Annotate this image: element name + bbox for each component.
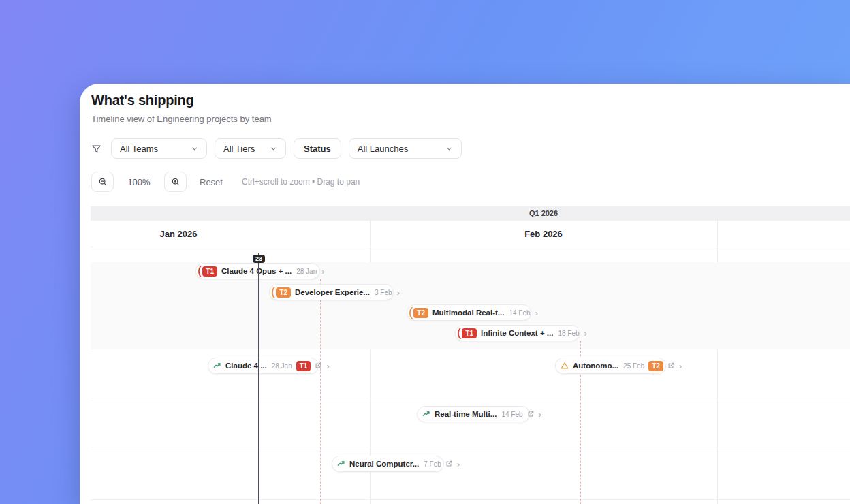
zoom-reset-button[interactable]: Reset — [200, 177, 223, 187]
timeline-item-developer-experience[interactable]: ( T2 Developer Experie... 3 Feb › — [269, 284, 394, 300]
chevron-right-icon[interactable]: › — [321, 267, 324, 276]
zoom-level: 100% — [127, 177, 151, 187]
deadline-marker-line — [320, 279, 321, 504]
chevron-right-icon[interactable]: › — [397, 288, 400, 297]
zoom-out-button[interactable] — [91, 172, 114, 192]
item-name: Real-time Multi... — [435, 410, 497, 418]
quarter-label: Q1 2026 — [529, 206, 558, 221]
start-bracket-icon: ( — [198, 263, 202, 278]
chevron-down-icon — [191, 145, 198, 153]
status-filter-label: Status — [304, 144, 331, 154]
external-link-icon[interactable] — [667, 362, 674, 369]
item-name: Multimodal Real-t... — [432, 309, 504, 317]
timeline-chart[interactable]: Q1 2026 Jan 2026 Feb 2026 23 ( T1 Claude… — [91, 206, 850, 504]
warning-icon — [561, 362, 569, 370]
external-link-icon[interactable] — [445, 460, 452, 467]
item-date: 3 Feb — [375, 289, 392, 296]
tiers-select-value: All Tiers — [223, 144, 255, 154]
zoom-hint-text: Ctrl+scroll to zoom • Drag to pan — [242, 177, 360, 187]
magnifier-plus-icon — [171, 177, 180, 187]
whats-shipping-panel: What's shipping Timeline view of Enginee… — [80, 84, 850, 504]
magnifier-minus-icon — [98, 177, 108, 187]
chevron-down-icon — [270, 145, 277, 153]
chevron-right-icon[interactable]: › — [679, 362, 682, 371]
tier-badge: T1 — [296, 361, 311, 371]
tier-badge: T2 — [276, 287, 291, 298]
item-date: 14 Feb — [501, 411, 522, 418]
start-bracket-icon: ( — [409, 304, 413, 319]
launch-item-claude-4[interactable]: Claude 4 ... 28 Jan T1 › — [208, 358, 319, 374]
filter-bar: All Teams All Tiers Status All Launches — [91, 138, 469, 159]
quarter-header-band: Q1 2026 — [91, 206, 850, 221]
item-name: Developer Experie... — [295, 288, 370, 296]
status-filter-button[interactable]: Status — [294, 138, 341, 159]
item-date: 7 Feb — [424, 460, 441, 468]
page-title: What's shipping — [91, 93, 194, 108]
zoom-toolbar: 100% Reset Ctrl+scroll to zoom • Drag to… — [91, 172, 360, 192]
external-link-icon[interactable] — [315, 362, 321, 369]
launch-item-neural-computer[interactable]: Neural Computer... 7 Feb › — [332, 456, 444, 472]
launch-item-realtime-multimodal[interactable]: Real-time Multi... 14 Feb › — [417, 406, 530, 422]
external-link-icon[interactable] — [527, 411, 534, 418]
chevron-right-icon[interactable]: › — [457, 460, 460, 469]
chevron-right-icon[interactable]: › — [535, 309, 538, 317]
chevron-right-icon[interactable]: › — [539, 410, 541, 419]
chevron-right-icon[interactable]: › — [326, 362, 329, 371]
item-date: 28 Jan — [272, 362, 292, 370]
item-name: Autonomo... — [573, 362, 618, 370]
item-date: 28 Jan — [296, 268, 317, 275]
item-name: Claude 4 Opus + ... — [221, 267, 292, 275]
tier-badge: T2 — [413, 308, 428, 318]
today-line — [258, 253, 259, 504]
timeline-item-infinite-context[interactable]: ( T1 Infinite Context + ... 18 Feb › — [455, 325, 580, 341]
month-label-jan: Jan 2026 — [160, 221, 198, 247]
zoom-in-button[interactable] — [164, 172, 187, 192]
lane-separator — [91, 499, 850, 500]
lane-separator — [91, 349, 850, 349]
tier-badge: T2 — [648, 361, 663, 371]
trending-up-icon — [337, 460, 345, 468]
tiers-select[interactable]: All Tiers — [215, 138, 286, 159]
launch-item-autonomous[interactable]: Autonomo... 25 Feb T2 › — [555, 358, 666, 374]
funnel-icon — [91, 144, 101, 154]
item-name: Infinite Context + ... — [481, 329, 553, 337]
teams-select[interactable]: All Teams — [111, 138, 207, 159]
launches-select-value: All Launches — [358, 144, 408, 154]
item-name: Claude 4 ... — [225, 362, 267, 370]
tier-badge: T1 — [462, 328, 477, 338]
trending-up-icon — [422, 410, 430, 418]
month-label-feb: Feb 2026 — [524, 221, 563, 247]
trending-up-icon — [213, 362, 221, 370]
chevron-right-icon[interactable]: › — [584, 329, 587, 338]
teams-select-value: All Teams — [120, 144, 158, 154]
tier-badge: T1 — [202, 266, 217, 277]
item-date: 25 Feb — [623, 362, 644, 370]
start-bracket-icon: ( — [457, 325, 461, 340]
item-date: 14 Feb — [509, 309, 530, 317]
start-bracket-icon: ( — [271, 284, 275, 299]
item-name: Neural Computer... — [349, 460, 419, 468]
lane-separator — [91, 447, 850, 447]
item-date: 18 Feb — [558, 330, 579, 337]
launches-select[interactable]: All Launches — [349, 138, 462, 159]
page-subtitle: Timeline view of Engineering projects by… — [91, 114, 272, 124]
lane-separator — [91, 398, 850, 398]
timeline-item-multimodal-realtime[interactable]: ( T2 Multimodal Real-t... 14 Feb › — [407, 304, 531, 321]
chevron-down-icon — [445, 145, 453, 153]
month-header-row: Jan 2026 Feb 2026 — [91, 221, 850, 247]
today-date-badge: 23 — [253, 255, 265, 263]
